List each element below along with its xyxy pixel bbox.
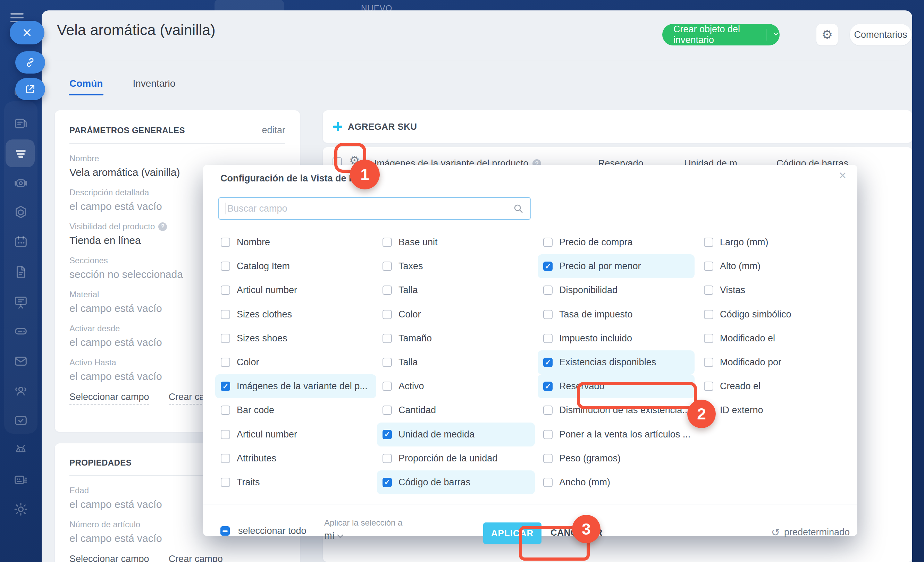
field-option-row[interactable]: Precio al por menor (538, 254, 694, 278)
field-checkbox[interactable] (543, 405, 553, 415)
sidebar-item[interactable] (12, 293, 30, 311)
field-checkbox[interactable] (221, 430, 230, 439)
field-checkbox[interactable] (382, 405, 392, 415)
field-checkbox[interactable] (543, 238, 553, 247)
sidebar-item[interactable] (12, 263, 30, 281)
field-option-row[interactable]: Código simbólico (698, 302, 848, 326)
field-checkbox[interactable] (704, 334, 713, 343)
field-checkbox[interactable] (543, 358, 553, 367)
comments-button[interactable]: Comentarios (850, 24, 912, 45)
field-checkbox[interactable] (704, 382, 713, 391)
field-option-row[interactable]: Color (377, 302, 535, 326)
field-checkbox[interactable] (382, 478, 392, 487)
chevron-down-icon[interactable] (772, 30, 780, 39)
sidebar-item[interactable] (12, 233, 30, 251)
field-option-row[interactable]: Base unit (377, 230, 535, 254)
field-option-row[interactable]: Código de barras (377, 471, 535, 494)
select-field-link[interactable]: Seleccionar campo (69, 392, 149, 405)
field-checkbox[interactable] (382, 454, 392, 463)
field-option-row[interactable]: Color (215, 350, 376, 374)
field-checkbox[interactable] (221, 334, 230, 343)
select-all-control[interactable]: seleccionar todo (220, 526, 306, 536)
field-checkbox[interactable] (382, 238, 392, 247)
field-option-row[interactable]: Proporción de la unidad (377, 447, 535, 471)
field-checkbox[interactable] (704, 238, 713, 247)
field-checkbox[interactable] (543, 285, 553, 295)
field-option-row[interactable]: Impuesto incluido (538, 326, 694, 350)
field-option-row[interactable]: Disponibilidad (538, 278, 694, 302)
apply-scope-dropdown[interactable]: mí (324, 531, 402, 541)
field-option-row[interactable]: Tamaño (377, 326, 535, 350)
field-checkbox[interactable] (221, 285, 230, 295)
field-checkbox[interactable] (704, 358, 713, 367)
field-option-row[interactable]: Peso (gramos) (538, 447, 694, 471)
field-option-row[interactable]: Modificado el (698, 326, 848, 350)
field-option-row[interactable]: Activo (377, 374, 535, 398)
field-checkbox[interactable] (704, 405, 713, 415)
sidebar-item[interactable] (12, 471, 30, 489)
field-checkbox[interactable] (543, 262, 553, 271)
field-option-row[interactable]: Sizes clothes (215, 302, 376, 326)
field-checkbox[interactable] (543, 382, 553, 391)
sidebar-item[interactable] (12, 352, 30, 370)
field-option-row[interactable]: Traits (215, 471, 376, 494)
sidebar-item[interactable] (12, 115, 30, 133)
sidebar-item[interactable] (12, 382, 30, 400)
field-option-row[interactable]: Cantidad (377, 398, 535, 422)
field-option-row[interactable]: Precio de compra (538, 230, 694, 254)
field-checkbox[interactable] (221, 238, 230, 247)
copy-link-button[interactable] (15, 51, 45, 73)
field-checkbox[interactable] (704, 310, 713, 319)
field-option-row[interactable]: Vistas (698, 278, 848, 302)
field-option-row[interactable]: Imágenes de la variante del p... (215, 374, 376, 398)
field-option-row[interactable]: Attributes (215, 447, 376, 471)
settings-gear-button[interactable]: ⚙ (816, 24, 838, 45)
create-inventory-object-button[interactable]: Crear objeto del inventario (662, 24, 780, 45)
field-option-row[interactable]: Tasa de impuesto (538, 302, 694, 326)
field-checkbox[interactable] (221, 262, 230, 271)
sidebar-item[interactable] (12, 174, 30, 192)
field-option-row[interactable]: Talla (377, 278, 535, 302)
field-checkbox[interactable] (543, 310, 553, 319)
field-option-row[interactable]: Talla (377, 350, 535, 374)
field-checkbox[interactable] (543, 454, 553, 463)
field-checkbox[interactable] (382, 334, 392, 343)
field-option-row[interactable]: Poner a la venta los artículos ... (538, 423, 694, 447)
field-checkbox[interactable] (382, 310, 392, 319)
field-option-row[interactable]: Bar code (215, 398, 376, 422)
field-checkbox[interactable] (382, 285, 392, 295)
search-field[interactable]: Buscar campo (218, 197, 531, 220)
field-option-row[interactable]: Taxes (377, 254, 535, 278)
tab[interactable]: Inventario (133, 78, 175, 96)
tab[interactable]: Común (69, 78, 103, 96)
add-sku-bar[interactable]: AGREGAR SKU (323, 110, 912, 143)
field-option-row[interactable]: Creado el (698, 374, 848, 398)
sidebar-item[interactable] (12, 500, 30, 518)
field-checkbox[interactable] (221, 454, 230, 463)
sidebar-item[interactable] (12, 144, 30, 162)
field-checkbox[interactable] (382, 430, 392, 439)
sidebar-item[interactable] (12, 411, 30, 429)
modal-close-icon[interactable]: × (839, 168, 846, 183)
field-checkbox[interactable] (221, 358, 230, 367)
field-checkbox[interactable] (704, 262, 713, 271)
field-option-row[interactable]: Reservado (538, 374, 694, 398)
field-checkbox[interactable] (221, 405, 230, 415)
close-slider-button[interactable] (10, 21, 44, 45)
field-option-row[interactable]: Existencias disponibles (538, 350, 694, 374)
field-option-row[interactable]: Nombre (215, 230, 376, 254)
field-checkbox[interactable] (221, 382, 230, 391)
field-option-row[interactable]: Modificado por (698, 350, 848, 374)
field-checkbox[interactable] (543, 334, 553, 343)
field-checkbox[interactable] (221, 478, 230, 487)
apply-button[interactable]: APLICAR (483, 522, 542, 544)
field-checkbox[interactable] (382, 358, 392, 367)
field-option-row[interactable]: Articul number (215, 278, 376, 302)
field-option-row[interactable]: Alto (mm) (698, 254, 848, 278)
sidebar-item[interactable] (12, 322, 30, 340)
field-checkbox[interactable] (382, 382, 392, 391)
field-checkbox[interactable] (382, 262, 392, 271)
field-option-row[interactable]: ID externo (698, 398, 848, 422)
field-option-row[interactable]: Sizes shoes (215, 326, 376, 350)
field-checkbox[interactable] (704, 285, 713, 295)
